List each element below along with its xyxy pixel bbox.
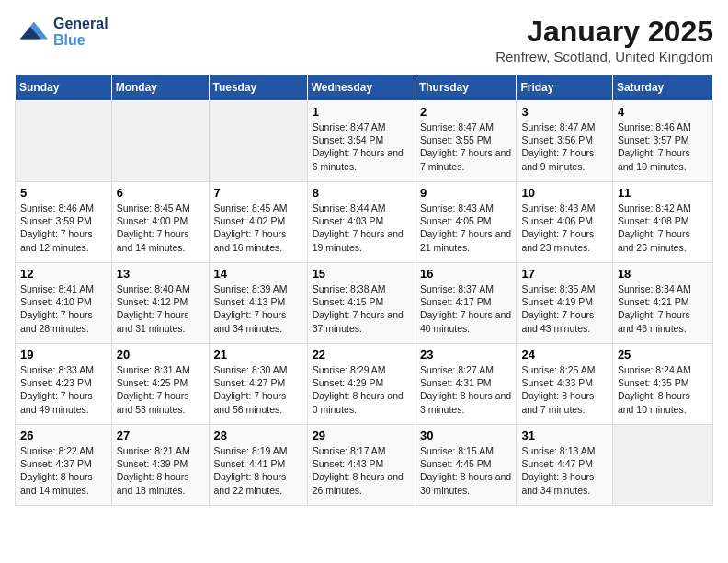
day-info: Sunrise: 8:15 AMSunset: 4:45 PMDaylight:… (420, 444, 512, 497)
calendar-cell: 2Sunrise: 8:47 AMSunset: 3:55 PMDaylight… (415, 101, 517, 182)
logo-text: General Blue (53, 16, 108, 48)
calendar-table: SundayMondayTuesdayWednesdayThursdayFrid… (15, 74, 713, 506)
day-number: 26 (20, 429, 107, 442)
day-info: Sunrise: 8:44 AMSunset: 4:03 PMDaylight:… (313, 201, 410, 254)
day-number: 12 (20, 267, 107, 281)
calendar-cell (612, 425, 712, 506)
day-number: 22 (313, 348, 410, 362)
day-info: Sunrise: 8:34 AMSunset: 4:21 PMDaylight:… (618, 282, 708, 335)
logo-general: General (53, 16, 108, 32)
day-info: Sunrise: 8:37 AMSunset: 4:17 PMDaylight:… (420, 282, 512, 335)
calendar-cell: 17Sunrise: 8:35 AMSunset: 4:19 PMDayligh… (517, 263, 612, 344)
day-number: 7 (214, 186, 302, 200)
day-info: Sunrise: 8:25 AMSunset: 4:33 PMDaylight:… (521, 363, 607, 416)
logo-blue: Blue (53, 32, 108, 49)
day-number: 20 (117, 348, 204, 362)
day-info: Sunrise: 8:42 AMSunset: 4:08 PMDaylight:… (618, 201, 708, 254)
calendar-cell: 4Sunrise: 8:46 AMSunset: 3:57 PMDaylight… (612, 101, 712, 182)
calendar-cell: 23Sunrise: 8:27 AMSunset: 4:31 PMDayligh… (415, 344, 517, 425)
day-info: Sunrise: 8:21 AMSunset: 4:39 PMDaylight:… (117, 444, 204, 497)
calendar-week-1: 1Sunrise: 8:47 AMSunset: 3:54 PMDaylight… (16, 101, 713, 182)
header-saturday: Saturday (612, 75, 712, 101)
day-info: Sunrise: 8:41 AMSunset: 4:10 PMDaylight:… (20, 282, 107, 335)
calendar-cell: 22Sunrise: 8:29 AMSunset: 4:29 PMDayligh… (307, 344, 415, 425)
calendar-cell: 7Sunrise: 8:45 AMSunset: 4:02 PMDaylight… (209, 182, 307, 263)
day-number: 24 (521, 348, 607, 362)
day-info: Sunrise: 8:27 AMSunset: 4:31 PMDaylight:… (420, 363, 512, 416)
day-info: Sunrise: 8:40 AMSunset: 4:12 PMDaylight:… (117, 282, 204, 335)
calendar-cell: 28Sunrise: 8:19 AMSunset: 4:41 PMDayligh… (209, 425, 307, 506)
page-header: General Blue January 2025 Renfrew, Scotl… (15, 15, 713, 64)
day-number: 1 (313, 105, 410, 119)
calendar-cell: 20Sunrise: 8:31 AMSunset: 4:25 PMDayligh… (111, 344, 209, 425)
calendar-cell: 26Sunrise: 8:22 AMSunset: 4:37 PMDayligh… (16, 425, 112, 506)
day-info: Sunrise: 8:43 AMSunset: 4:06 PMDaylight:… (521, 201, 607, 254)
calendar-cell: 12Sunrise: 8:41 AMSunset: 4:10 PMDayligh… (16, 263, 112, 344)
page-title: January 2025 (495, 15, 713, 49)
day-info: Sunrise: 8:46 AMSunset: 3:57 PMDaylight:… (618, 121, 708, 173)
calendar-cell (111, 101, 209, 182)
calendar-cell: 31Sunrise: 8:13 AMSunset: 4:47 PMDayligh… (517, 425, 612, 506)
header-tuesday: Tuesday (209, 75, 307, 101)
day-info: Sunrise: 8:47 AMSunset: 3:55 PMDaylight:… (420, 121, 512, 173)
calendar-cell (209, 101, 307, 182)
day-info: Sunrise: 8:33 AMSunset: 4:23 PMDaylight:… (20, 363, 107, 416)
day-info: Sunrise: 8:45 AMSunset: 4:02 PMDaylight:… (214, 201, 302, 254)
day-info: Sunrise: 8:47 AMSunset: 3:54 PMDaylight:… (313, 121, 410, 173)
calendar-week-3: 12Sunrise: 8:41 AMSunset: 4:10 PMDayligh… (16, 263, 713, 344)
calendar-cell: 1Sunrise: 8:47 AMSunset: 3:54 PMDaylight… (307, 101, 415, 182)
day-number: 16 (420, 267, 512, 281)
day-info: Sunrise: 8:45 AMSunset: 4:00 PMDaylight:… (117, 201, 204, 254)
header-wednesday: Wednesday (307, 75, 415, 101)
day-info: Sunrise: 8:13 AMSunset: 4:47 PMDaylight:… (521, 444, 607, 497)
calendar-cell: 30Sunrise: 8:15 AMSunset: 4:45 PMDayligh… (415, 425, 517, 506)
day-number: 31 (521, 429, 607, 442)
day-info: Sunrise: 8:31 AMSunset: 4:25 PMDaylight:… (117, 363, 204, 416)
day-number: 4 (618, 105, 708, 119)
calendar-cell: 11Sunrise: 8:42 AMSunset: 4:08 PMDayligh… (612, 182, 712, 263)
day-info: Sunrise: 8:29 AMSunset: 4:29 PMDaylight:… (313, 363, 410, 416)
calendar-cell: 8Sunrise: 8:44 AMSunset: 4:03 PMDaylight… (307, 182, 415, 263)
calendar-cell: 3Sunrise: 8:47 AMSunset: 3:56 PMDaylight… (517, 101, 612, 182)
header-friday: Friday (517, 75, 612, 101)
day-info: Sunrise: 8:46 AMSunset: 3:59 PMDaylight:… (20, 201, 107, 254)
calendar-cell: 19Sunrise: 8:33 AMSunset: 4:23 PMDayligh… (16, 344, 112, 425)
day-number: 18 (618, 267, 708, 281)
day-number: 25 (618, 348, 708, 362)
day-info: Sunrise: 8:35 AMSunset: 4:19 PMDaylight:… (521, 282, 607, 335)
day-number: 15 (313, 267, 410, 281)
calendar-cell: 6Sunrise: 8:45 AMSunset: 4:00 PMDaylight… (111, 182, 209, 263)
header-sunday: Sunday (16, 75, 112, 101)
day-number: 14 (214, 267, 302, 281)
day-info: Sunrise: 8:17 AMSunset: 4:43 PMDaylight:… (313, 444, 410, 497)
day-info: Sunrise: 8:47 AMSunset: 3:56 PMDaylight:… (521, 121, 607, 173)
day-number: 28 (214, 429, 302, 442)
day-number: 9 (420, 186, 512, 200)
calendar-header-row: SundayMondayTuesdayWednesdayThursdayFrid… (16, 75, 713, 101)
header-monday: Monday (111, 75, 209, 101)
day-number: 11 (618, 186, 708, 200)
day-info: Sunrise: 8:38 AMSunset: 4:15 PMDaylight:… (313, 282, 410, 335)
calendar-cell: 21Sunrise: 8:30 AMSunset: 4:27 PMDayligh… (209, 344, 307, 425)
day-number: 29 (313, 429, 410, 442)
calendar-cell: 14Sunrise: 8:39 AMSunset: 4:13 PMDayligh… (209, 263, 307, 344)
day-number: 10 (521, 186, 607, 200)
day-info: Sunrise: 8:19 AMSunset: 4:41 PMDaylight:… (214, 444, 302, 497)
day-info: Sunrise: 8:30 AMSunset: 4:27 PMDaylight:… (214, 363, 302, 416)
day-number: 21 (214, 348, 302, 362)
day-number: 6 (117, 186, 204, 200)
day-number: 30 (420, 429, 512, 442)
day-number: 3 (521, 105, 607, 119)
calendar-cell: 13Sunrise: 8:40 AMSunset: 4:12 PMDayligh… (111, 263, 209, 344)
logo: General Blue (15, 15, 108, 50)
calendar-cell: 29Sunrise: 8:17 AMSunset: 4:43 PMDayligh… (307, 425, 415, 506)
day-number: 8 (313, 186, 410, 200)
calendar-cell: 10Sunrise: 8:43 AMSunset: 4:06 PMDayligh… (517, 182, 612, 263)
calendar-cell: 24Sunrise: 8:25 AMSunset: 4:33 PMDayligh… (517, 344, 612, 425)
day-number: 13 (117, 267, 204, 281)
calendar-cell (16, 101, 112, 182)
day-number: 5 (20, 186, 107, 200)
calendar-cell: 18Sunrise: 8:34 AMSunset: 4:21 PMDayligh… (612, 263, 712, 344)
calendar-cell: 27Sunrise: 8:21 AMSunset: 4:39 PMDayligh… (111, 425, 209, 506)
calendar-cell: 5Sunrise: 8:46 AMSunset: 3:59 PMDaylight… (16, 182, 112, 263)
